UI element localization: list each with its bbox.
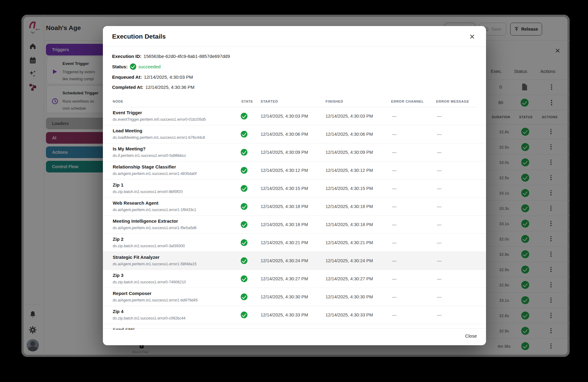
state-success-check-icon	[241, 203, 247, 210]
error-channel-value: —	[392, 258, 397, 263]
state-success-check-icon	[241, 185, 247, 192]
error-channel-value: —	[392, 132, 397, 137]
started-value: 12/14/2025, 4:30:03 PM	[261, 114, 308, 119]
node-id: ds.aiAgent.perItem.in1.success1.error1-b…	[113, 298, 198, 302]
finished-value: 12/14/2025, 4:30:18 PM	[326, 204, 373, 209]
error-channel-value: —	[392, 114, 397, 119]
node-id: ds.zip.batch.in2.success1.error0-3af3930…	[113, 244, 185, 248]
node-row-zip-2[interactable]: Zip 2ds.zip.batch.in2.success1.error0-3a…	[103, 234, 486, 252]
started-value: 12/14/2025, 4:30:15 PM	[261, 186, 308, 191]
started-value: 12/14/2025, 4:30:24 PM	[261, 258, 308, 263]
node-name: Report Composer	[113, 291, 152, 296]
node-row-report-composer[interactable]: Report Composerds.aiAgent.perItem.in1.su…	[103, 288, 486, 306]
finished-value: 12/14/2025, 4:30:06 PM	[326, 132, 373, 137]
status-row: Status: succeeded	[112, 63, 160, 70]
error-message-value: —	[437, 204, 442, 209]
started-value: 12/14/2025, 4:30:09 PM	[261, 150, 308, 155]
node-name: Is My Meeting?	[113, 146, 146, 151]
enqueued-value: 12/14/2025, 4:30:03 PM	[144, 74, 193, 80]
finished-value: 12/14/2025, 4:30:24 PM	[326, 258, 373, 263]
error-message-value: —	[437, 240, 442, 245]
node-id: ds.zip.batch.in2.success1.error0-c092bc4…	[113, 316, 186, 320]
error-message-value: —	[437, 186, 442, 191]
started-value: 12/14/2025, 4:30:21 PM	[261, 240, 308, 245]
state-success-check-icon	[241, 275, 247, 282]
started-value: 12/14/2025, 4:30:06 PM	[261, 132, 308, 137]
close-button[interactable]: Close	[465, 333, 477, 339]
finished-value: 12/14/2025, 4:30:12 PM	[326, 168, 373, 173]
modal-title: Execution Details	[112, 33, 166, 40]
execution-details-modal: Execution Details ✕ Execution ID: 156563…	[103, 26, 486, 345]
state-success-check-icon	[241, 113, 247, 119]
node-row-event-trigger[interactable]: Event Triggerds.eventTrigger.perItem.in0…	[103, 107, 486, 125]
started-value: 12/14/2025, 4:30:33 PM	[261, 312, 308, 317]
status-value: succeeded	[138, 64, 161, 69]
execution-id-value: 156563be-62d0-4fc9-8ab1-8857de697dd9	[144, 54, 230, 59]
divider	[103, 47, 486, 47]
node-row-zip-4[interactable]: Zip 4ds.zip.batch.in2.success1.error0-c0…	[103, 306, 486, 324]
error-message-value: —	[437, 312, 442, 317]
node-name: Load Meeting	[113, 128, 142, 133]
node-name: Zip 3	[113, 273, 123, 278]
error-channel-value: —	[392, 204, 397, 209]
divider	[103, 328, 486, 329]
started-value: 12/14/2025, 4:30:27 PM	[261, 276, 308, 281]
state-success-check-icon	[241, 257, 247, 264]
node-row-strategic-fit-analyzer[interactable]: Strategic Fit Analyzerds.aiAgent.perItem…	[103, 252, 486, 270]
state-success-check-icon	[241, 239, 247, 246]
state-success-check-icon	[241, 221, 247, 228]
started-value: 12/14/2025, 4:30:18 PM	[261, 222, 308, 227]
node-name: Zip 2	[113, 236, 123, 242]
node-name: Zip 4	[113, 309, 123, 314]
error-channel-value: —	[392, 294, 397, 299]
error-message-value: —	[437, 222, 442, 227]
finished-value: 12/14/2025, 4:30:09 PM	[326, 150, 373, 155]
node-row-send-sms[interactable]: Send SMS12/14/2025, 4:30:36 PM12/14/2025…	[103, 324, 486, 330]
node-row-is-my-meeting-[interactable]: Is My Meeting?ds.if.perItem.in1.success2…	[103, 143, 486, 161]
success-check-icon	[130, 63, 136, 70]
finished-value: 12/14/2025, 4:30:21 PM	[326, 240, 373, 245]
node-row-zip-3[interactable]: Zip 3ds.zip.batch.in2.success1.error0-74…	[103, 270, 486, 288]
error-message-value: —	[437, 132, 442, 137]
node-row-meeting-intelligence-extractor[interactable]: Meeting Intelligence Extractords.aiAgent…	[103, 216, 486, 234]
node-id: ds.zip.batch.in2.success1.error0-8bf5ff2…	[113, 190, 183, 194]
error-message-value: —	[437, 168, 442, 173]
error-message-value: —	[437, 258, 442, 263]
node-id: ds.aiAgent.perItem.in1.success1.error1-4…	[113, 172, 197, 176]
node-executions-table: Event Triggerds.eventTrigger.perItem.in0…	[103, 107, 486, 330]
error-channel-value: —	[392, 168, 397, 173]
finished-value: 12/14/2025, 4:30:15 PM	[326, 186, 373, 191]
state-success-check-icon	[241, 167, 247, 174]
node-id: ds.if.perItem.in1.success2.error0-5d86bb…	[113, 153, 186, 158]
node-name: Event Trigger	[113, 110, 142, 115]
node-name: Web Research Agent	[113, 200, 158, 206]
node-row-relationship-stage-classifier[interactable]: Relationship Stage Classifierds.aiAgent.…	[103, 161, 486, 180]
node-row-zip-1[interactable]: Zip 1ds.zip.batch.in2.success1.error0-8b…	[103, 180, 486, 198]
node-name: Relationship Stage Classifier	[113, 164, 176, 169]
state-success-check-icon	[241, 312, 247, 318]
state-success-check-icon	[241, 131, 247, 138]
error-channel-value: —	[392, 312, 397, 317]
finished-value: 12/14/2025, 4:30:27 PM	[326, 276, 373, 281]
enqueued-row: Enqueued At: 12/14/2025, 4:30:03 PM	[112, 73, 193, 81]
completed-row: Completed At: 12/14/2025, 4:30:36 PM	[112, 83, 194, 91]
error-message-value: —	[437, 150, 442, 155]
state-success-check-icon	[241, 293, 247, 300]
modal-close-icon[interactable]: ✕	[469, 33, 475, 41]
node-row-load-meeting[interactable]: Load Meetingds.loadMeeting.perItem.in1.s…	[103, 125, 486, 143]
error-channel-value: —	[392, 240, 397, 245]
error-channel-value: —	[392, 186, 397, 191]
execution-id-row: Execution ID: 156563be-62d0-4fc9-8ab1-88…	[112, 52, 230, 60]
completed-value: 12/14/2025, 4:30:36 PM	[145, 85, 194, 90]
error-channel-column-header: ERROR CHANNEL	[391, 100, 424, 103]
node-row-web-research-agent[interactable]: Web Research Agentds.aiAgent.perItem.in1…	[103, 198, 486, 216]
node-name: Meeting Intelligence Extractor	[113, 218, 178, 224]
node-id: ds.aiAgent.perItem.in1.success1.error1-f…	[113, 226, 197, 230]
started-value: 12/14/2025, 4:30:18 PM	[261, 204, 308, 209]
error-channel-value: —	[392, 222, 397, 227]
started-value: 12/14/2025, 4:30:12 PM	[261, 168, 308, 173]
error-message-value: —	[437, 276, 442, 281]
error-channel-value: —	[392, 150, 397, 155]
finished-column-header: FINISHED	[326, 100, 343, 103]
state-success-check-icon	[241, 149, 247, 156]
